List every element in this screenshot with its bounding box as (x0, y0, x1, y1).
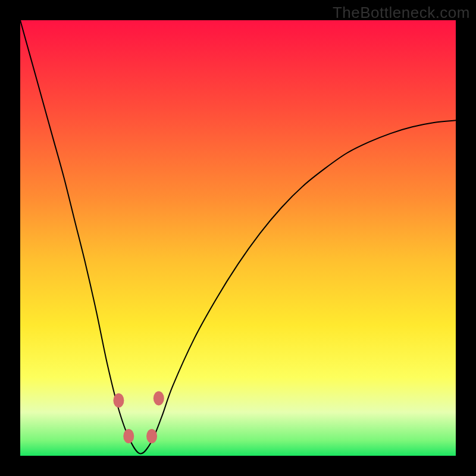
watermark-text: TheBottleneck.com (333, 4, 470, 22)
bottleneck-marker (113, 393, 124, 408)
chart-plot (20, 20, 456, 456)
bottleneck-marker (154, 391, 164, 405)
bottleneck-marker (123, 429, 134, 443)
chart-background (20, 20, 456, 456)
bottleneck-marker (146, 429, 157, 443)
chart-container: TheBottleneck.com (0, 0, 476, 476)
